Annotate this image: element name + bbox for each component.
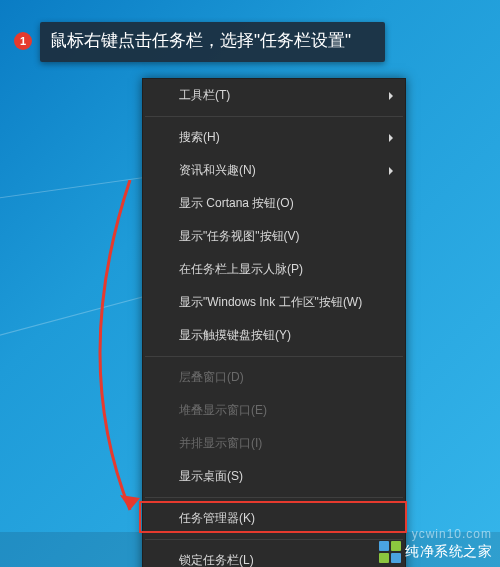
step-number: 1 [20, 35, 26, 47]
menu-item[interactable]: 显示 Cortana 按钮(O) [143, 187, 405, 220]
menu-separator [145, 539, 403, 540]
watermark-url: ycwin10.com [412, 527, 492, 541]
menu-item-label: 资讯和兴趣(N) [179, 163, 256, 177]
menu-item-label: 显示 Cortana 按钮(O) [179, 196, 294, 210]
menu-item[interactable]: 搜索(H) [143, 121, 405, 154]
menu-item: 堆叠显示窗口(E) [143, 394, 405, 427]
menu-item-label: 显示"任务视图"按钮(V) [179, 229, 300, 243]
menu-item-label: 显示"Windows Ink 工作区"按钮(W) [179, 295, 362, 309]
menu-item: 并排显示窗口(I) [143, 427, 405, 460]
menu-item[interactable]: 资讯和兴趣(N) [143, 154, 405, 187]
menu-item-label: 在任务栏上显示人脉(P) [179, 262, 303, 276]
menu-item[interactable]: 显示触摸键盘按钮(Y) [143, 319, 405, 352]
step-tooltip: 鼠标右键点击任务栏，选择"任务栏设置" [40, 22, 385, 62]
watermark-text: 纯净系统之家 [405, 543, 492, 561]
menu-item: 层叠窗口(D) [143, 361, 405, 394]
menu-item[interactable]: 显示"Windows Ink 工作区"按钮(W) [143, 286, 405, 319]
menu-item-label: 层叠窗口(D) [179, 370, 244, 384]
menu-item[interactable]: 工具栏(T) [143, 79, 405, 112]
menu-item-label: 搜索(H) [179, 130, 220, 144]
menu-item-label: 任务管理器(K) [179, 511, 255, 525]
menu-item[interactable]: 显示桌面(S) [143, 460, 405, 493]
watermark-logo-icon [379, 541, 401, 563]
menu-item-label: 并排显示窗口(I) [179, 436, 262, 450]
menu-item[interactable]: 显示"任务视图"按钮(V) [143, 220, 405, 253]
menu-item-label: 工具栏(T) [179, 88, 230, 102]
step-number-badge: 1 [14, 32, 32, 50]
menu-item[interactable]: 在任务栏上显示人脉(P) [143, 253, 405, 286]
menu-separator [145, 356, 403, 357]
menu-separator [145, 116, 403, 117]
menu-item[interactable]: 锁定任务栏(L) [143, 544, 405, 567]
menu-item-label: 堆叠显示窗口(E) [179, 403, 267, 417]
menu-item-label: 显示桌面(S) [179, 469, 243, 483]
menu-item-label: 锁定任务栏(L) [179, 553, 254, 567]
menu-item-label: 显示触摸键盘按钮(Y) [179, 328, 291, 342]
step-tooltip-text: 鼠标右键点击任务栏，选择"任务栏设置" [50, 31, 351, 50]
menu-item[interactable]: 任务管理器(K) [143, 502, 405, 535]
watermark: 纯净系统之家 [379, 541, 492, 563]
taskbar-context-menu: 工具栏(T)搜索(H)资讯和兴趣(N)显示 Cortana 按钮(O)显示"任务… [142, 78, 406, 567]
menu-separator [145, 497, 403, 498]
